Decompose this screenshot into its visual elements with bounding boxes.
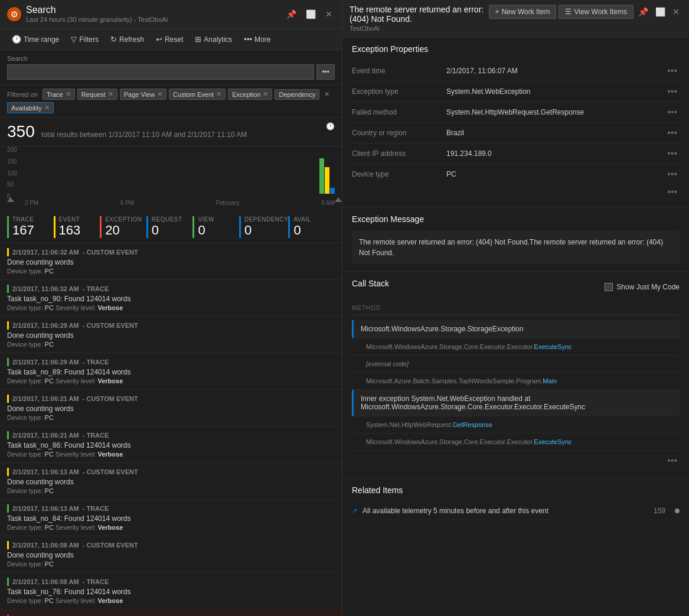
tag-request[interactable]: Request ✕ — [77, 89, 117, 100]
prop-menu-device[interactable]: ••• — [665, 169, 680, 180]
result-message: Task task_no_76: Found 124014 words — [7, 588, 335, 596]
list-item[interactable]: 2/1/2017, 11:06:07 AM - EXCEPTION The re… — [0, 610, 342, 616]
list-item[interactable]: 2/1/2017, 11:06:29 AM - TRACE Task task_… — [0, 353, 342, 390]
tag-request-close[interactable]: ✕ — [108, 90, 113, 98]
related-items-title: Related Items — [352, 485, 680, 495]
analytics-button[interactable]: ⊞ Analytics — [190, 32, 237, 46]
list-item[interactable]: 2/1/2017, 11:06:08 AM - TRACE Task task_… — [0, 573, 342, 610]
search-input[interactable] — [7, 64, 314, 80]
prop-value-ip: 191.234.189.0 — [446, 149, 665, 158]
result-type: - TRACE — [83, 505, 109, 512]
stat-exception: EXCEPTION 20 — [100, 216, 146, 238]
result-meta: Device type: PC — [7, 487, 335, 494]
tag-dependency[interactable]: Dependency — [275, 89, 319, 100]
tag-availability-close[interactable]: ✕ — [44, 104, 50, 112]
list-item[interactable]: 2/1/2017, 11:06:32 AM - CUSTOM EVENT Don… — [0, 243, 342, 280]
more-button[interactable]: ••• More — [239, 32, 275, 46]
stat-trace-label: TRACE — [12, 216, 54, 223]
filter-close-all[interactable]: ✕ — [324, 90, 329, 98]
right-header: The remote server returned an error: (40… — [342, 0, 689, 37]
result-meta: Device type: PC Severity level: Verbose — [7, 451, 335, 458]
stack-item-main[interactable]: Microsoft.Azure.Batch.Samples.TopNWordsS… — [352, 373, 680, 390]
left-panel: ⊙ Search Last 24 hours (30 minute granul… — [0, 0, 342, 616]
maximize-button[interactable]: ⬜ — [303, 8, 318, 20]
filters-button[interactable]: ▽ Filters — [66, 32, 103, 46]
tag-availability[interactable]: Availability ✕ — [7, 102, 54, 113]
bar-trace — [7, 578, 9, 586]
right-close-button[interactable]: ✕ — [670, 6, 682, 18]
tag-trace-close[interactable]: ✕ — [66, 90, 71, 98]
prop-menu-ip[interactable]: ••• — [665, 148, 680, 159]
result-timestamp: 2/1/2017, 11:06:29 AM — [12, 358, 79, 366]
new-work-item-button[interactable]: + New Work Item — [489, 5, 557, 19]
y-label-200: 200 — [7, 146, 17, 153]
result-timestamp: 2/1/2017, 11:06:08 AM — [12, 542, 79, 549]
filter-tags: Filtered on Trace ✕ Request ✕ Page View … — [0, 85, 342, 118]
list-icon: ☰ — [565, 8, 572, 16]
reset-button[interactable]: ↩ Reset — [151, 32, 188, 46]
plus-icon: + — [495, 8, 499, 16]
stat-dependency-value: 0 — [244, 223, 288, 238]
prop-menu-country[interactable]: ••• — [665, 128, 680, 138]
prop-menu-exception-type[interactable]: ••• — [665, 86, 680, 97]
view-work-items-button[interactable]: ☰ View Work Items — [559, 5, 634, 19]
list-item[interactable]: 2/1/2017, 11:06:21 AM - TRACE Task task_… — [0, 426, 342, 463]
stack-item-executesync-2[interactable]: Microsoft.WindowsAzure.Storage.Core.Exec… — [352, 434, 680, 451]
list-item[interactable]: 2/1/2017, 11:06:08 AM - CUSTOM EVENT Don… — [0, 536, 342, 573]
bar-green-1 — [319, 158, 324, 194]
result-timestamp: 2/1/2017, 11:06:21 AM — [12, 395, 79, 402]
refresh-button[interactable]: ↻ Refresh — [106, 32, 149, 46]
x-label-2pm: 2 PM — [25, 200, 38, 206]
prop-key-event-time: Event time — [352, 67, 446, 75]
stack-more-button[interactable]: ••• — [665, 455, 680, 465]
result-timestamp: 2/1/2017, 11:06:32 AM — [12, 285, 79, 292]
result-meta: Device type: PC — [7, 414, 335, 421]
tag-trace[interactable]: Trace ✕ — [43, 89, 75, 100]
list-item[interactable]: 2/1/2017, 11:06:29 AM - CUSTOM EVENT Don… — [0, 317, 342, 353]
right-pin-button[interactable]: 📌 — [636, 6, 651, 18]
tag-customevent[interactable]: Custom Event ✕ — [169, 89, 226, 100]
list-item[interactable]: 2/1/2017, 11:06:32 AM - TRACE Task task_… — [0, 280, 342, 317]
search-options-button[interactable]: ••• — [316, 64, 335, 80]
show-just-code-checkbox[interactable] — [605, 283, 613, 291]
prop-value-event-time: 2/1/2017, 11:06:07 AM — [446, 67, 665, 75]
stat-trace-value: 167 — [12, 223, 54, 238]
related-item-row[interactable]: ↗ All available telemetry 5 minutes befo… — [352, 502, 680, 520]
close-button[interactable]: ✕ — [323, 8, 335, 20]
stack-more-row: ••• — [352, 451, 680, 471]
pin-button[interactable]: 📌 — [284, 8, 299, 20]
tag-exception[interactable]: Exception ✕ — [228, 89, 272, 100]
stack-item-storage-exception[interactable]: Microsoft.WindowsAzure.Storage.StorageEx… — [352, 320, 680, 338]
result-header: 2/1/2017, 11:06:13 AM - TRACE — [7, 504, 335, 513]
list-item[interactable]: 2/1/2017, 11:06:13 AM - TRACE Task task_… — [0, 500, 342, 536]
list-item[interactable]: 2/1/2017, 11:06:13 AM - CUSTOM EVENT Don… — [0, 463, 342, 500]
stat-avail-value: 0 — [293, 223, 335, 238]
list-item[interactable]: 2/1/2017, 11:06:21 AM - CUSTOM EVENT Don… — [0, 390, 342, 426]
tag-customevent-close[interactable]: ✕ — [216, 90, 221, 98]
prop-menu-event-time[interactable]: ••• — [665, 66, 680, 76]
right-maximize-button[interactable]: ⬜ — [653, 6, 668, 18]
tag-dependency-label: Dependency — [279, 91, 315, 98]
results-clock-icon[interactable]: 🕐 — [326, 122, 335, 131]
bar-custom-event — [7, 321, 9, 330]
tag-pageview[interactable]: Page View ✕ — [120, 89, 166, 100]
stack-item-executesync-1[interactable]: Microsoft.WindowsAzure.Storage.Core.Exec… — [352, 338, 680, 356]
chart-x-labels: 2 PM 6 PM February 6 AM — [25, 200, 335, 207]
stack-item-inner-exception[interactable]: Inner exception System.Net.WebException … — [352, 390, 680, 416]
prop-value-device: PC — [446, 170, 665, 178]
clock-icon: 🕐 — [12, 35, 21, 44]
tag-customevent-label: Custom Event — [173, 91, 214, 98]
prop-menu-failed-method[interactable]: ••• — [665, 107, 680, 118]
call-stack-header: Call Stack Show Just My Code — [352, 279, 680, 295]
tag-pageview-close[interactable]: ✕ — [157, 90, 162, 98]
stack-item-getresponse[interactable]: System.Net.HttpWebRequest.GetResponse — [352, 416, 680, 434]
show-just-code-toggle[interactable]: Show Just My Code — [605, 283, 680, 291]
bar-trace — [7, 285, 9, 293]
right-toolbar: + New Work Item ☰ View Work Items 📌 ⬜ ✕ — [489, 5, 682, 19]
tag-exception-close[interactable]: ✕ — [263, 90, 268, 98]
results-list: 2/1/2017, 11:06:32 AM - CUSTOM EVENT Don… — [0, 243, 342, 616]
prop-more-button[interactable]: ••• — [665, 187, 680, 197]
prop-key-device: Device type — [352, 170, 446, 178]
time-range-button[interactable]: 🕐 Time range — [7, 32, 64, 46]
result-message: Task task_no_84: Found 124014 words — [7, 514, 335, 523]
